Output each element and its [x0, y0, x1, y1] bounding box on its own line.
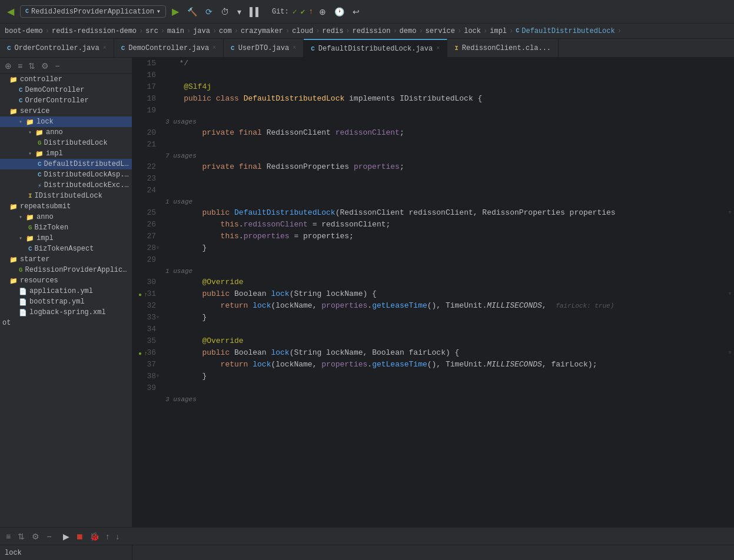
tab-default-lock[interactable]: C DefaultDistributedLock.java ×	[304, 39, 447, 57]
top-toolbar: ◀ C RedidJedisProviderApplication ▾ ▶ 🔨 …	[0, 0, 734, 24]
sidebar-label-anno1: anno	[46, 128, 63, 136]
breadcrumb-src[interactable]: src	[145, 27, 158, 35]
app-name-badge[interactable]: C RedidJedisProviderApplication ▾	[20, 5, 166, 18]
file-tabs: C OrderController.java × C DemoControlle…	[0, 39, 734, 58]
breadcrumb-java[interactable]: java	[193, 27, 210, 35]
arrow-impl2: ▾	[19, 235, 26, 242]
stop-button[interactable]: ▌▌	[247, 6, 264, 18]
code-line-33: 33 } ▿	[132, 312, 734, 324]
tab-order-controller[interactable]: C OrderController.java ×	[0, 39, 114, 57]
sidebar-item-impl1[interactable]: ▾ 📁 impl	[0, 148, 132, 159]
breadcrumb-demo[interactable]: demo	[400, 27, 417, 35]
sidebar-label-biz-token: BizToken	[35, 224, 69, 232]
undo-button[interactable]: ↩	[350, 6, 362, 18]
fold-end-38: ▿	[156, 371, 160, 382]
sidebar-label-distributed-lock: DistributedLock	[44, 139, 108, 147]
sidebar-item-anno2[interactable]: ▾ 📁 anno	[0, 212, 132, 222]
bottom-stop-btn[interactable]: ⏹	[74, 531, 85, 542]
folder-icon-impl1: 📁	[35, 150, 44, 158]
code-text-30: @Override	[161, 276, 244, 288]
code-line-15: 15 */	[132, 58, 734, 69]
git-clock-button[interactable]: 🕐	[332, 6, 347, 18]
sidebar-item-distributed-lock[interactable]: G DistributedLock	[0, 138, 132, 148]
breadcrumb-service[interactable]: service	[426, 27, 455, 35]
sidebar-item-order-controller[interactable]: C OrderController	[0, 95, 132, 106]
build-button[interactable]: 🔨	[185, 6, 200, 18]
line-num-25: 25	[132, 207, 161, 219]
run-button[interactable]: ▶	[170, 5, 181, 18]
line-num-21: 21	[132, 139, 161, 151]
sidebar-item-idistributed[interactable]: I IDistributedLock	[0, 191, 132, 201]
bottom-sidebar-settings-btn[interactable]: ⚙	[31, 531, 41, 542]
sidebar-section-starter[interactable]: 📁 starter	[0, 254, 132, 265]
sidebar-item-default-lock[interactable]: C DefaultDistributedL...	[0, 159, 132, 169]
sidebar: ⊕ ≡ ⇅ ⚙ − 📁 controller C DemoController …	[0, 58, 132, 527]
tab-label-2: DemoController.java	[128, 44, 209, 52]
breadcrumb-main[interactable]: main	[167, 27, 184, 35]
sidebar-item-anno1[interactable]: ▾ 📁 anno	[0, 127, 132, 138]
breadcrumb-redis2[interactable]: redis	[322, 27, 343, 35]
git-branch-button[interactable]: ⊕	[317, 6, 328, 18]
tab-redisson-client[interactable]: I RedissonClient.cla...	[447, 39, 559, 57]
sidebar-item-redission-app[interactable]: G RedissionProviderApplica...	[0, 265, 132, 275]
code-line-16: 16	[132, 69, 734, 81]
tab-close-2[interactable]: ×	[212, 45, 216, 51]
arrow-anno1: ▾	[28, 129, 35, 136]
sidebar-settings-btn[interactable]: ⚙	[40, 60, 50, 72]
bottom-debug-btn[interactable]: 🐞	[88, 531, 101, 542]
sidebar-section-service[interactable]: 📁 service	[0, 106, 132, 116]
code-line-20: 20 private final RedissonClient redisson…	[132, 127, 734, 139]
breadcrumb-lock[interactable]: lock	[464, 27, 481, 35]
bottom-sidebar-close-btn[interactable]: −	[45, 531, 52, 542]
breadcrumb-redission[interactable]: redission	[353, 27, 391, 35]
timer-button[interactable]: ⏱	[218, 6, 231, 18]
bottom-down-btn[interactable]: ↓	[114, 531, 121, 542]
breadcrumb-crazymaker[interactable]: crazymaker	[241, 27, 283, 35]
tab-icon-c2: C	[121, 45, 125, 52]
breadcrumb-boot-demo[interactable]: boot-demo	[5, 27, 43, 35]
bottom-sidebar-sort-btn[interactable]: ≡	[5, 531, 12, 542]
bottom-sidebar-filter-btn[interactable]: ⇅	[16, 531, 26, 542]
sidebar-label-order-controller: OrderController	[25, 96, 89, 105]
sidebar-item-logback[interactable]: 📄 logback-spring.xml	[0, 307, 132, 318]
app-name-label: RedidJedisProviderApplication	[31, 8, 154, 16]
settings-button2[interactable]: ▾	[235, 6, 244, 18]
sidebar-item-lock-exc[interactable]: ⚡ DistributedLockExc...	[0, 180, 132, 191]
breadcrumb-com[interactable]: com	[219, 27, 232, 35]
folder-icon-impl2: 📁	[26, 235, 34, 242]
breadcrumb-impl[interactable]: impl	[490, 27, 507, 35]
sidebar-item-lock-asp[interactable]: C DistributedLockAsp...	[0, 169, 132, 180]
sidebar-section-controller[interactable]: 📁 controller	[0, 74, 132, 85]
bottom-run-btn[interactable]: ▶	[62, 531, 71, 542]
sidebar-section-repeatsubmit[interactable]: 📁 repeatsubmit	[0, 201, 132, 212]
sidebar-collapse-btn[interactable]: ≡	[16, 60, 24, 72]
sidebar-section-resources[interactable]: 📁 resources	[0, 275, 132, 286]
breadcrumb-cloud[interactable]: cloud	[292, 27, 313, 35]
sidebar-item-biz-token[interactable]: G BizToken	[0, 222, 132, 233]
sidebar-item-biz-aspect[interactable]: C BizTokenAspect	[0, 244, 132, 254]
code-text-21	[161, 139, 170, 151]
code-line-21: 21	[132, 139, 734, 151]
sidebar-item-application-yml[interactable]: 📄 application.yml	[0, 286, 132, 296]
sidebar-item-impl2[interactable]: ▾ 📁 impl	[0, 233, 132, 244]
sidebar-item-ot[interactable]: ot	[0, 318, 132, 328]
sidebar-item-demo-controller[interactable]: C DemoController	[0, 85, 132, 95]
code-text-15: */	[161, 58, 188, 69]
tab-close-3[interactable]: ×	[293, 45, 296, 51]
sync-button[interactable]: ⟳	[203, 6, 215, 18]
bottom-up-btn[interactable]: ↑	[104, 531, 111, 542]
code-line-18: 18 public class DefaultDistributedLock i…	[132, 93, 734, 105]
sidebar-locate-btn[interactable]: ⊕	[4, 60, 13, 72]
sidebar-item-bootstrap-yml[interactable]: 📄 bootstrap.yml	[0, 296, 132, 307]
tab-close-4[interactable]: ×	[436, 45, 440, 52]
tab-close-1[interactable]: ×	[103, 45, 107, 51]
breadcrumb-redis[interactable]: redis-redission-demo	[52, 27, 137, 35]
sidebar-close-btn[interactable]: −	[54, 60, 61, 72]
back-button[interactable]: ◀	[5, 5, 16, 18]
code-scroll[interactable]: 15 */ 16 17 @Slf4j 18 public clas	[132, 58, 734, 527]
tab-user-dto[interactable]: C UserDTO.java ×	[224, 39, 304, 57]
tab-demo-controller[interactable]: C DemoController.java ×	[114, 39, 224, 57]
sidebar-sort-btn[interactable]: ⇅	[27, 60, 36, 72]
sidebar-item-lock[interactable]: ▾ 📁 lock	[0, 116, 132, 127]
breadcrumb-class[interactable]: DefaultDistributedLock	[522, 27, 615, 35]
